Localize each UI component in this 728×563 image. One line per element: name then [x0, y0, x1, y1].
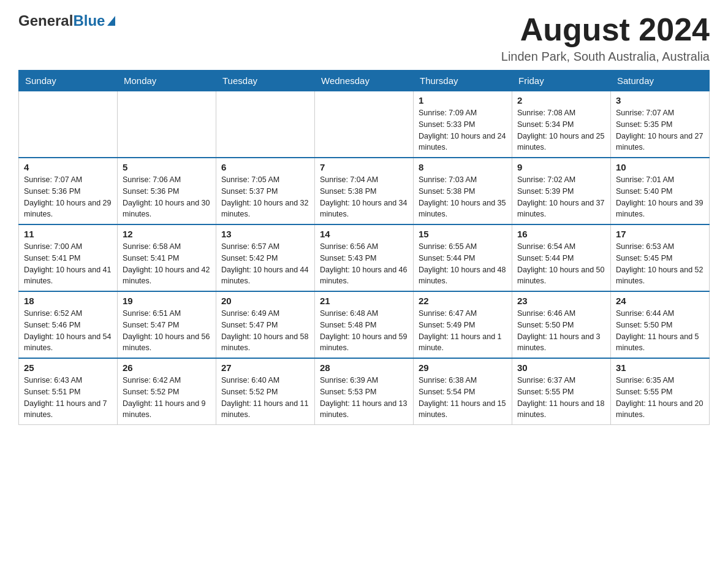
day-of-week-monday: Monday: [118, 71, 216, 91]
calendar-cell: 11Sunrise: 7:00 AM Sunset: 5:41 PM Dayli…: [19, 224, 118, 291]
day-info: Sunrise: 7:03 AM Sunset: 5:38 PM Dayligh…: [419, 174, 507, 220]
day-info: Sunrise: 7:04 AM Sunset: 5:38 PM Dayligh…: [320, 174, 408, 220]
calendar-cell: 17Sunrise: 6:53 AM Sunset: 5:45 PM Dayli…: [611, 224, 710, 291]
calendar-table: SundayMondayTuesdayWednesdayThursdayFrid…: [18, 70, 710, 425]
day-info: Sunrise: 6:35 AM Sunset: 5:55 PM Dayligh…: [616, 375, 704, 421]
day-number: 9: [517, 162, 605, 172]
calendar-cell: 14Sunrise: 6:56 AM Sunset: 5:43 PM Dayli…: [315, 224, 414, 291]
day-info: Sunrise: 7:00 AM Sunset: 5:41 PM Dayligh…: [24, 241, 112, 287]
calendar-cell: 16Sunrise: 6:54 AM Sunset: 5:44 PM Dayli…: [512, 224, 611, 291]
calendar-cell: 4Sunrise: 7:07 AM Sunset: 5:36 PM Daylig…: [19, 158, 118, 224]
day-info: Sunrise: 6:44 AM Sunset: 5:50 PM Dayligh…: [616, 308, 704, 354]
logo-blue-text: Blue: [73, 12, 115, 29]
calendar-cell: 2Sunrise: 7:08 AM Sunset: 5:34 PM Daylig…: [512, 91, 611, 158]
day-number: 5: [123, 162, 211, 172]
day-info: Sunrise: 6:51 AM Sunset: 5:47 PM Dayligh…: [123, 308, 211, 354]
day-info: Sunrise: 7:09 AM Sunset: 5:33 PM Dayligh…: [419, 107, 507, 153]
day-info: Sunrise: 7:01 AM Sunset: 5:40 PM Dayligh…: [616, 174, 704, 220]
day-number: 10: [616, 162, 704, 172]
day-info: Sunrise: 7:05 AM Sunset: 5:37 PM Dayligh…: [221, 174, 309, 220]
page-header: General Blue August 2024 Linden Park, So…: [18, 12, 710, 64]
day-number: 31: [616, 362, 704, 373]
day-of-week-wednesday: Wednesday: [315, 71, 414, 91]
day-info: Sunrise: 7:02 AM Sunset: 5:39 PM Dayligh…: [517, 174, 605, 220]
logo-general-text: General: [18, 12, 73, 29]
day-of-week-tuesday: Tuesday: [216, 71, 315, 91]
title-area: August 2024 Linden Park, South Australia…: [501, 12, 710, 64]
calendar-cell: 31Sunrise: 6:35 AM Sunset: 5:55 PM Dayli…: [611, 358, 710, 425]
calendar-cell: 21Sunrise: 6:48 AM Sunset: 5:48 PM Dayli…: [315, 291, 414, 358]
day-info: Sunrise: 6:57 AM Sunset: 5:42 PM Dayligh…: [221, 241, 309, 287]
calendar-week-row: 11Sunrise: 7:00 AM Sunset: 5:41 PM Dayli…: [19, 224, 710, 291]
day-info: Sunrise: 6:55 AM Sunset: 5:44 PM Dayligh…: [419, 241, 507, 287]
day-info: Sunrise: 7:07 AM Sunset: 5:35 PM Dayligh…: [616, 107, 704, 153]
calendar-cell: 27Sunrise: 6:40 AM Sunset: 5:52 PM Dayli…: [216, 358, 315, 425]
day-info: Sunrise: 6:46 AM Sunset: 5:50 PM Dayligh…: [517, 308, 605, 354]
day-number: 6: [221, 162, 309, 172]
day-info: Sunrise: 6:52 AM Sunset: 5:46 PM Dayligh…: [24, 308, 112, 354]
calendar-cell: 15Sunrise: 6:55 AM Sunset: 5:44 PM Dayli…: [414, 224, 512, 291]
day-number: 17: [616, 229, 704, 239]
calendar-cell: 9Sunrise: 7:02 AM Sunset: 5:39 PM Daylig…: [512, 158, 611, 224]
calendar-header-row: SundayMondayTuesdayWednesdayThursdayFrid…: [19, 71, 710, 91]
logo-arrow-icon: [107, 16, 115, 26]
day-number: 1: [419, 95, 507, 105]
calendar-cell: 30Sunrise: 6:37 AM Sunset: 5:55 PM Dayli…: [512, 358, 611, 425]
calendar-cell: 6Sunrise: 7:05 AM Sunset: 5:37 PM Daylig…: [216, 158, 315, 224]
day-info: Sunrise: 6:40 AM Sunset: 5:52 PM Dayligh…: [221, 375, 309, 421]
day-number: 11: [24, 229, 112, 239]
day-number: 24: [616, 296, 704, 306]
day-info: Sunrise: 6:54 AM Sunset: 5:44 PM Dayligh…: [517, 241, 605, 287]
day-info: Sunrise: 6:53 AM Sunset: 5:45 PM Dayligh…: [616, 241, 704, 287]
day-info: Sunrise: 6:42 AM Sunset: 5:52 PM Dayligh…: [123, 375, 211, 421]
day-number: 21: [320, 296, 408, 306]
calendar-cell: 10Sunrise: 7:01 AM Sunset: 5:40 PM Dayli…: [611, 158, 710, 224]
day-number: 25: [24, 362, 112, 373]
day-of-week-sunday: Sunday: [19, 71, 118, 91]
calendar-cell: 1Sunrise: 7:09 AM Sunset: 5:33 PM Daylig…: [414, 91, 512, 158]
day-of-week-saturday: Saturday: [611, 71, 710, 91]
day-number: 7: [320, 162, 408, 172]
day-info: Sunrise: 7:07 AM Sunset: 5:36 PM Dayligh…: [24, 174, 112, 220]
logo: General Blue: [18, 12, 115, 29]
calendar-cell: 23Sunrise: 6:46 AM Sunset: 5:50 PM Dayli…: [512, 291, 611, 358]
calendar-cell: 7Sunrise: 7:04 AM Sunset: 5:38 PM Daylig…: [315, 158, 414, 224]
month-title: August 2024: [501, 12, 710, 47]
day-info: Sunrise: 6:56 AM Sunset: 5:43 PM Dayligh…: [320, 241, 408, 287]
calendar-cell: 20Sunrise: 6:49 AM Sunset: 5:47 PM Dayli…: [216, 291, 315, 358]
calendar-cell: [315, 91, 414, 158]
calendar-cell: [216, 91, 315, 158]
day-number: 13: [221, 229, 309, 239]
calendar-cell: 19Sunrise: 6:51 AM Sunset: 5:47 PM Dayli…: [118, 291, 216, 358]
day-info: Sunrise: 6:39 AM Sunset: 5:53 PM Dayligh…: [320, 375, 408, 421]
calendar-cell: 12Sunrise: 6:58 AM Sunset: 5:41 PM Dayli…: [118, 224, 216, 291]
calendar-cell: 29Sunrise: 6:38 AM Sunset: 5:54 PM Dayli…: [414, 358, 512, 425]
day-info: Sunrise: 7:08 AM Sunset: 5:34 PM Dayligh…: [517, 107, 605, 153]
day-info: Sunrise: 6:49 AM Sunset: 5:47 PM Dayligh…: [221, 308, 309, 354]
calendar-cell: 22Sunrise: 6:47 AM Sunset: 5:49 PM Dayli…: [414, 291, 512, 358]
calendar-cell: 8Sunrise: 7:03 AM Sunset: 5:38 PM Daylig…: [414, 158, 512, 224]
calendar-week-row: 1Sunrise: 7:09 AM Sunset: 5:33 PM Daylig…: [19, 91, 710, 158]
day-number: 29: [419, 362, 507, 373]
day-number: 16: [517, 229, 605, 239]
day-number: 18: [24, 296, 112, 306]
day-of-week-thursday: Thursday: [414, 71, 512, 91]
day-of-week-friday: Friday: [512, 71, 611, 91]
day-number: 22: [419, 296, 507, 306]
day-number: 4: [24, 162, 112, 172]
day-number: 26: [123, 362, 211, 373]
day-number: 14: [320, 229, 408, 239]
calendar-cell: [118, 91, 216, 158]
day-number: 19: [123, 296, 211, 306]
day-info: Sunrise: 6:48 AM Sunset: 5:48 PM Dayligh…: [320, 308, 408, 354]
calendar-cell: 13Sunrise: 6:57 AM Sunset: 5:42 PM Dayli…: [216, 224, 315, 291]
day-number: 3: [616, 95, 704, 105]
day-info: Sunrise: 6:37 AM Sunset: 5:55 PM Dayligh…: [517, 375, 605, 421]
calendar-cell: 25Sunrise: 6:43 AM Sunset: 5:51 PM Dayli…: [19, 358, 118, 425]
calendar-week-row: 4Sunrise: 7:07 AM Sunset: 5:36 PM Daylig…: [19, 158, 710, 224]
day-info: Sunrise: 6:47 AM Sunset: 5:49 PM Dayligh…: [419, 308, 507, 354]
day-number: 27: [221, 362, 309, 373]
day-number: 20: [221, 296, 309, 306]
calendar-cell: [19, 91, 118, 158]
calendar-cell: 28Sunrise: 6:39 AM Sunset: 5:53 PM Dayli…: [315, 358, 414, 425]
